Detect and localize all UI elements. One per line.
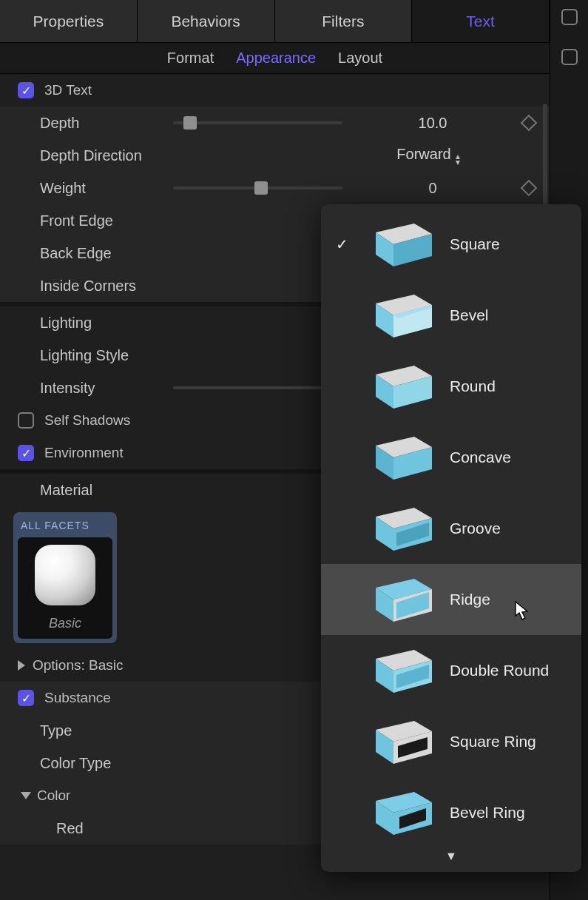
value-depth[interactable]: 10.0 xyxy=(351,115,514,132)
keyframe-weight[interactable] xyxy=(521,180,538,197)
label-substance: Substance xyxy=(44,690,111,706)
edge-option-bevel-ring[interactable]: Bevel Ring xyxy=(321,777,581,848)
label-inside-corners: Inside Corners xyxy=(18,278,173,295)
edge-label-bevel: Bevel xyxy=(450,306,489,324)
front-edge-popup: ✓ Square Bevel Round Concave Groove xyxy=(321,204,581,872)
text-subtabs: Format Appearance Layout xyxy=(0,43,550,74)
material-preview: Basic xyxy=(18,537,112,639)
stepper-icon: ▴▾ xyxy=(456,153,460,165)
edge-thumb-groove xyxy=(362,502,436,555)
material-name: Basic xyxy=(49,616,81,631)
edge-label-round: Round xyxy=(450,377,496,395)
keyframe-depth[interactable] xyxy=(521,115,538,132)
label-lighting: Lighting xyxy=(18,315,173,332)
checkbox-substance[interactable]: ✓ xyxy=(18,690,34,706)
checkmark-icon: ✓ xyxy=(334,235,349,253)
row-weight: Weight 0 xyxy=(0,172,550,204)
edge-option-bevel[interactable]: Bevel xyxy=(321,280,581,351)
label-front-edge: Front Edge xyxy=(18,212,173,229)
subtab-appearance[interactable]: Appearance xyxy=(236,50,316,67)
slider-depth[interactable] xyxy=(173,121,342,124)
subtab-format[interactable]: Format xyxy=(167,50,214,67)
aux-checkbox-1[interactable] xyxy=(561,9,578,25)
edge-label-double-round: Double Round xyxy=(450,662,549,679)
label-depth: Depth xyxy=(18,115,173,132)
edge-thumb-double-round xyxy=(362,644,436,697)
edge-label-bevel-ring: Bevel Ring xyxy=(450,804,525,822)
edge-label-square: Square xyxy=(450,235,500,253)
edge-option-concave[interactable]: Concave xyxy=(321,422,581,493)
row-depth: Depth 10.0 xyxy=(0,107,550,139)
edge-label-concave: Concave xyxy=(450,449,511,466)
edge-option-groove[interactable]: Groove xyxy=(321,493,581,564)
popup-more-indicator[interactable]: ▼ xyxy=(321,848,581,867)
checkbox-3d-text[interactable]: ✓ xyxy=(18,82,34,98)
disclosure-triangle-icon xyxy=(18,660,25,671)
edge-option-square[interactable]: ✓ Square xyxy=(321,209,581,280)
edge-label-ridge: Ridge xyxy=(450,591,490,608)
label-color-type: Color Type xyxy=(18,755,173,772)
label-intensity: Intensity xyxy=(18,380,173,397)
row-3d-text: ✓ 3D Text xyxy=(0,74,550,107)
label-red: Red xyxy=(18,820,173,837)
label-3d-text: 3D Text xyxy=(44,82,92,98)
edge-label-groove: Groove xyxy=(450,520,501,537)
edge-thumb-bevel-ring xyxy=(362,786,436,839)
material-sphere-icon xyxy=(35,545,95,605)
row-depth-direction: Depth Direction Forward▴▾ xyxy=(0,139,550,172)
label-environment: Environment xyxy=(44,445,124,461)
checkbox-self-shadows[interactable] xyxy=(18,412,34,429)
disclosure-triangle-down-icon xyxy=(21,792,31,799)
edge-thumb-bevel xyxy=(362,289,436,342)
label-depth-direction: Depth Direction xyxy=(18,147,173,164)
value-depth-direction[interactable]: Forward▴▾ xyxy=(347,146,510,165)
label-back-edge: Back Edge xyxy=(18,245,173,262)
inspector-tabs: Properties Behaviors Filters Text xyxy=(0,0,550,43)
value-weight[interactable]: 0 xyxy=(351,180,514,197)
edge-thumb-square-ring xyxy=(362,715,436,768)
tab-properties[interactable]: Properties xyxy=(0,0,138,42)
tab-behaviors[interactable]: Behaviors xyxy=(138,0,275,42)
edge-option-double-round[interactable]: Double Round xyxy=(321,635,581,706)
edge-option-round[interactable]: Round xyxy=(321,351,581,422)
slider-weight[interactable] xyxy=(173,187,342,189)
label-material: Material xyxy=(18,482,173,499)
label-color: Color xyxy=(37,788,70,804)
edge-thumb-ridge xyxy=(362,573,436,626)
subtab-layout[interactable]: Layout xyxy=(338,50,382,67)
edge-option-ridge[interactable]: Ridge xyxy=(321,564,581,635)
tab-text[interactable]: Text xyxy=(412,0,550,42)
edge-label-square-ring: Square Ring xyxy=(450,733,536,750)
label-lighting-style: Lighting Style xyxy=(18,347,173,364)
aux-checkbox-2[interactable] xyxy=(561,49,578,65)
label-options: Options: Basic xyxy=(33,657,124,674)
edge-thumb-square xyxy=(362,218,436,271)
material-well[interactable]: ALL FACETS Basic xyxy=(13,512,117,643)
label-weight: Weight xyxy=(18,180,173,197)
label-type: Type xyxy=(18,722,173,739)
checkbox-environment[interactable]: ✓ xyxy=(18,445,34,461)
material-well-header: ALL FACETS xyxy=(18,517,112,537)
tab-filters[interactable]: Filters xyxy=(275,0,413,42)
label-self-shadows: Self Shadows xyxy=(44,412,130,429)
edge-thumb-round xyxy=(362,360,436,413)
edge-thumb-concave xyxy=(362,431,436,484)
edge-option-square-ring[interactable]: Square Ring xyxy=(321,706,581,777)
